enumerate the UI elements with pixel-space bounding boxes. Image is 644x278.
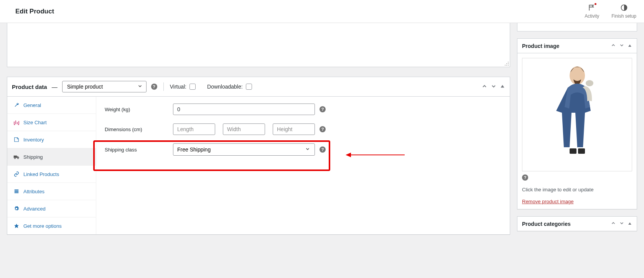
svg-marker-7 bbox=[501, 85, 504, 87]
activity-icon bbox=[588, 4, 596, 13]
wrench-icon bbox=[13, 102, 20, 108]
svg-point-19 bbox=[586, 80, 593, 86]
separator bbox=[163, 82, 164, 91]
tab-advanced[interactable]: Advanced bbox=[7, 200, 96, 217]
dimensions-label: Dimensions (cm) bbox=[105, 127, 173, 132]
downloadable-checkbox[interactable] bbox=[246, 84, 252, 90]
svg-point-2 bbox=[508, 63, 509, 64]
product-image-heading: Product image bbox=[522, 43, 559, 49]
resize-handle[interactable] bbox=[504, 61, 509, 66]
product-data-heading: Product data bbox=[12, 84, 47, 90]
sidebar-panel-fragment bbox=[517, 23, 637, 31]
page-title: Edit Product bbox=[15, 8, 54, 15]
panel-move-down-icon[interactable] bbox=[619, 220, 624, 227]
help-icon[interactable]: ? bbox=[320, 106, 326, 112]
panel-toggle-icon[interactable] bbox=[628, 43, 632, 49]
activity-button[interactable]: Activity bbox=[585, 4, 599, 19]
finish-setup-icon bbox=[620, 4, 628, 13]
length-input[interactable] bbox=[173, 123, 215, 135]
tab-attributes[interactable]: Attributes bbox=[7, 183, 96, 200]
product-image-caption: Click the image to edit or update bbox=[522, 187, 632, 192]
inventory-icon bbox=[13, 137, 20, 143]
svg-point-6 bbox=[505, 65, 506, 66]
tab-size-chart[interactable]: Size Chart bbox=[7, 114, 96, 131]
get-more-icon bbox=[13, 223, 20, 229]
tab-advanced-label: Advanced bbox=[23, 206, 46, 212]
link-icon bbox=[13, 171, 20, 177]
weight-input[interactable] bbox=[173, 104, 315, 115]
virtual-checkbox[interactable] bbox=[189, 84, 196, 90]
remove-product-image-link[interactable]: Remove product image bbox=[522, 199, 573, 204]
weight-label: Weight (kg) bbox=[105, 107, 173, 112]
svg-point-9 bbox=[18, 124, 19, 125]
tab-get-more-label: Get more options bbox=[23, 223, 62, 229]
svg-point-12 bbox=[17, 158, 18, 159]
finish-setup-button[interactable]: Finish setup bbox=[611, 4, 636, 19]
panel-move-down-icon[interactable] bbox=[491, 83, 497, 90]
svg-rect-21 bbox=[578, 148, 585, 154]
svg-point-5 bbox=[506, 65, 507, 66]
tab-shipping[interactable]: Shipping bbox=[7, 148, 96, 166]
svg-point-3 bbox=[506, 63, 507, 64]
svg-rect-20 bbox=[570, 148, 576, 154]
description-editor[interactable] bbox=[7, 23, 510, 67]
svg-point-8 bbox=[14, 124, 15, 125]
finish-setup-label: Finish setup bbox=[611, 13, 636, 19]
product-type-select[interactable]: Simple product bbox=[62, 81, 147, 92]
tab-linked-label: Linked Products bbox=[23, 171, 59, 177]
attributes-icon bbox=[13, 188, 20, 194]
svg-marker-17 bbox=[628, 44, 631, 47]
panel-toggle-icon[interactable] bbox=[628, 221, 632, 227]
gear-icon bbox=[13, 206, 20, 212]
shipping-class-label: Shipping class bbox=[105, 147, 173, 153]
width-input[interactable] bbox=[223, 123, 265, 135]
product-image-thumbnail[interactable] bbox=[522, 58, 632, 171]
help-icon[interactable]: ? bbox=[320, 146, 326, 153]
size-chart-icon bbox=[13, 119, 20, 125]
panel-move-up-icon[interactable] bbox=[611, 220, 616, 227]
svg-rect-14 bbox=[15, 191, 19, 192]
panel-toggle-icon[interactable] bbox=[500, 84, 505, 90]
svg-rect-13 bbox=[15, 189, 19, 190]
shipping-class-select[interactable]: Free Shipping bbox=[173, 143, 315, 156]
svg-point-1 bbox=[508, 62, 509, 63]
tab-get-more[interactable]: Get more options bbox=[7, 217, 96, 234]
tab-linked-products[interactable]: Linked Products bbox=[7, 166, 96, 183]
svg-marker-16 bbox=[14, 224, 19, 228]
tab-inventory[interactable]: Inventory bbox=[7, 131, 96, 148]
height-input[interactable] bbox=[273, 123, 315, 135]
tab-shipping-label: Shipping bbox=[23, 154, 43, 160]
dash-separator: — bbox=[52, 84, 58, 90]
chevron-down-icon bbox=[305, 146, 310, 153]
product-categories-heading: Product categories bbox=[522, 221, 571, 227]
activity-label: Activity bbox=[585, 13, 599, 19]
virtual-label: Virtual: bbox=[170, 84, 186, 90]
svg-marker-22 bbox=[628, 222, 631, 225]
svg-point-11 bbox=[14, 158, 15, 159]
help-icon[interactable]: ? bbox=[151, 84, 157, 90]
tab-general-label: General bbox=[23, 102, 41, 108]
tab-inventory-label: Inventory bbox=[23, 137, 44, 143]
panel-move-up-icon[interactable] bbox=[611, 43, 616, 49]
shipping-icon bbox=[13, 154, 20, 160]
tab-general[interactable]: General bbox=[7, 97, 96, 114]
help-icon[interactable]: ? bbox=[320, 126, 326, 132]
svg-point-4 bbox=[508, 65, 509, 66]
panel-move-down-icon[interactable] bbox=[619, 43, 624, 49]
panel-move-up-icon[interactable] bbox=[481, 83, 488, 90]
tab-attributes-label: Attributes bbox=[23, 189, 44, 194]
svg-rect-15 bbox=[15, 192, 19, 193]
tab-size-chart-label: Size Chart bbox=[23, 120, 47, 125]
help-icon[interactable]: ? bbox=[522, 174, 528, 181]
downloadable-label: Downloadable: bbox=[207, 84, 243, 90]
